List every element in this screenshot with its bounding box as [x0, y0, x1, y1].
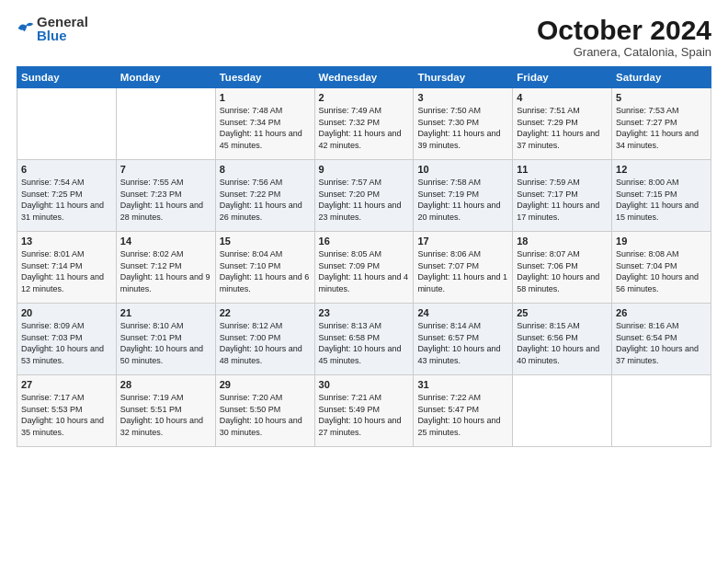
day-content: Sunrise: 8:15 AM Sunset: 6:56 PM Dayligh… [517, 320, 608, 366]
day-content: Sunrise: 8:01 AM Sunset: 7:14 PM Dayligh… [21, 248, 112, 294]
logo-name: General Blue [37, 15, 88, 42]
day-cell [513, 375, 612, 447]
month-title: October 2024 [537, 15, 711, 45]
day-cell: 2Sunrise: 7:49 AM Sunset: 7:32 PM Daylig… [314, 88, 414, 160]
day-number: 12 [616, 164, 707, 175]
day-content: Sunrise: 7:50 AM Sunset: 7:30 PM Dayligh… [417, 105, 508, 151]
day-content: Sunrise: 7:54 AM Sunset: 7:25 PM Dayligh… [21, 177, 112, 223]
logo: General Blue [17, 15, 88, 42]
day-content: Sunrise: 7:21 AM Sunset: 5:49 PM Dayligh… [319, 392, 410, 438]
day-number: 30 [319, 379, 410, 390]
day-cell: 16Sunrise: 8:05 AM Sunset: 7:09 PM Dayli… [314, 232, 414, 304]
day-content: Sunrise: 8:02 AM Sunset: 7:12 PM Dayligh… [120, 248, 211, 294]
day-number: 29 [220, 379, 311, 390]
day-number: 19 [616, 236, 707, 247]
day-cell: 25Sunrise: 8:15 AM Sunset: 6:56 PM Dayli… [513, 304, 612, 375]
day-cell [612, 375, 711, 447]
day-cell: 7Sunrise: 7:55 AM Sunset: 7:23 PM Daylig… [116, 160, 215, 232]
day-number: 17 [417, 236, 508, 247]
day-number: 9 [319, 164, 410, 175]
day-content: Sunrise: 7:53 AM Sunset: 7:27 PM Dayligh… [616, 105, 707, 151]
title-section: October 2024 Granera, Catalonia, Spain [537, 15, 711, 59]
day-number: 18 [517, 236, 608, 247]
day-cell: 4Sunrise: 7:51 AM Sunset: 7:29 PM Daylig… [513, 88, 612, 160]
day-cell: 30Sunrise: 7:21 AM Sunset: 5:49 PM Dayli… [314, 375, 414, 447]
day-number: 24 [417, 307, 508, 318]
day-content: Sunrise: 7:56 AM Sunset: 7:22 PM Dayligh… [220, 177, 311, 223]
day-cell: 17Sunrise: 8:06 AM Sunset: 7:07 PM Dayli… [414, 232, 513, 304]
day-content: Sunrise: 8:00 AM Sunset: 7:15 PM Dayligh… [616, 177, 707, 223]
day-number: 7 [120, 164, 211, 175]
page: General Blue October 2024 Granera, Catal… [0, 0, 728, 563]
weekday-header-row: SundayMondayTuesdayWednesdayThursdayFrid… [17, 67, 711, 88]
day-number: 6 [21, 164, 112, 175]
day-content: Sunrise: 7:20 AM Sunset: 5:50 PM Dayligh… [220, 392, 311, 438]
day-content: Sunrise: 8:08 AM Sunset: 7:04 PM Dayligh… [616, 248, 707, 294]
location: Granera, Catalonia, Spain [537, 45, 711, 59]
day-cell: 12Sunrise: 8:00 AM Sunset: 7:15 PM Dayli… [612, 160, 711, 232]
day-cell: 23Sunrise: 8:13 AM Sunset: 6:58 PM Dayli… [314, 304, 414, 375]
day-number: 31 [417, 379, 508, 390]
day-cell: 15Sunrise: 8:04 AM Sunset: 7:10 PM Dayli… [215, 232, 314, 304]
day-content: Sunrise: 7:17 AM Sunset: 5:53 PM Dayligh… [21, 392, 112, 438]
day-number: 28 [120, 379, 211, 390]
day-number: 5 [616, 92, 707, 103]
logo-blue: Blue [37, 29, 88, 42]
day-cell: 8Sunrise: 7:56 AM Sunset: 7:22 PM Daylig… [215, 160, 314, 232]
day-number: 11 [517, 164, 608, 175]
week-row-4: 20Sunrise: 8:09 AM Sunset: 7:03 PM Dayli… [17, 304, 711, 375]
day-cell: 22Sunrise: 8:12 AM Sunset: 7:00 PM Dayli… [215, 304, 314, 375]
day-cell: 26Sunrise: 8:16 AM Sunset: 6:54 PM Dayli… [612, 304, 711, 375]
day-cell: 18Sunrise: 8:07 AM Sunset: 7:06 PM Dayli… [513, 232, 612, 304]
day-number: 15 [220, 236, 311, 247]
day-cell: 1Sunrise: 7:48 AM Sunset: 7:34 PM Daylig… [215, 88, 314, 160]
day-content: Sunrise: 8:07 AM Sunset: 7:06 PM Dayligh… [517, 248, 608, 294]
day-cell: 31Sunrise: 7:22 AM Sunset: 5:47 PM Dayli… [414, 375, 513, 447]
bird-icon [17, 19, 35, 38]
day-number: 20 [21, 307, 112, 318]
day-cell [116, 88, 215, 160]
header: General Blue October 2024 Granera, Catal… [17, 15, 711, 59]
day-cell: 20Sunrise: 8:09 AM Sunset: 7:03 PM Dayli… [17, 304, 117, 375]
day-number: 4 [517, 92, 608, 103]
weekday-header-thursday: Thursday [414, 67, 513, 88]
day-number: 8 [220, 164, 311, 175]
day-content: Sunrise: 7:55 AM Sunset: 7:23 PM Dayligh… [120, 177, 211, 223]
day-cell: 27Sunrise: 7:17 AM Sunset: 5:53 PM Dayli… [17, 375, 117, 447]
week-row-5: 27Sunrise: 7:17 AM Sunset: 5:53 PM Dayli… [17, 375, 711, 447]
day-cell [17, 88, 117, 160]
weekday-header-sunday: Sunday [17, 67, 117, 88]
day-cell: 5Sunrise: 7:53 AM Sunset: 7:27 PM Daylig… [612, 88, 711, 160]
day-content: Sunrise: 7:48 AM Sunset: 7:34 PM Dayligh… [220, 105, 311, 151]
day-number: 13 [21, 236, 112, 247]
day-number: 16 [319, 236, 410, 247]
day-cell: 29Sunrise: 7:20 AM Sunset: 5:50 PM Dayli… [215, 375, 314, 447]
logo-general: General [37, 15, 88, 29]
weekday-header-tuesday: Tuesday [215, 67, 314, 88]
day-cell: 9Sunrise: 7:57 AM Sunset: 7:20 PM Daylig… [314, 160, 414, 232]
day-content: Sunrise: 7:49 AM Sunset: 7:32 PM Dayligh… [319, 105, 410, 151]
day-cell: 14Sunrise: 8:02 AM Sunset: 7:12 PM Dayli… [116, 232, 215, 304]
day-cell: 24Sunrise: 8:14 AM Sunset: 6:57 PM Dayli… [414, 304, 513, 375]
day-content: Sunrise: 8:05 AM Sunset: 7:09 PM Dayligh… [319, 248, 410, 294]
day-cell: 21Sunrise: 8:10 AM Sunset: 7:01 PM Dayli… [116, 304, 215, 375]
day-content: Sunrise: 8:04 AM Sunset: 7:10 PM Dayligh… [220, 248, 311, 294]
day-cell: 3Sunrise: 7:50 AM Sunset: 7:30 PM Daylig… [414, 88, 513, 160]
day-cell: 13Sunrise: 8:01 AM Sunset: 7:14 PM Dayli… [17, 232, 117, 304]
day-content: Sunrise: 8:16 AM Sunset: 6:54 PM Dayligh… [616, 320, 707, 366]
day-content: Sunrise: 8:06 AM Sunset: 7:07 PM Dayligh… [417, 248, 508, 294]
day-number: 25 [517, 307, 608, 318]
day-content: Sunrise: 7:19 AM Sunset: 5:51 PM Dayligh… [120, 392, 211, 438]
day-cell: 19Sunrise: 8:08 AM Sunset: 7:04 PM Dayli… [612, 232, 711, 304]
day-content: Sunrise: 8:13 AM Sunset: 6:58 PM Dayligh… [319, 320, 410, 366]
day-content: Sunrise: 7:59 AM Sunset: 7:17 PM Dayligh… [517, 177, 608, 223]
day-cell: 11Sunrise: 7:59 AM Sunset: 7:17 PM Dayli… [513, 160, 612, 232]
day-number: 2 [319, 92, 410, 103]
day-number: 14 [120, 236, 211, 247]
day-number: 21 [120, 307, 211, 318]
day-content: Sunrise: 8:14 AM Sunset: 6:57 PM Dayligh… [417, 320, 508, 366]
day-content: Sunrise: 7:22 AM Sunset: 5:47 PM Dayligh… [417, 392, 508, 438]
weekday-header-wednesday: Wednesday [314, 67, 414, 88]
day-number: 23 [319, 307, 410, 318]
weekday-header-friday: Friday [513, 67, 612, 88]
